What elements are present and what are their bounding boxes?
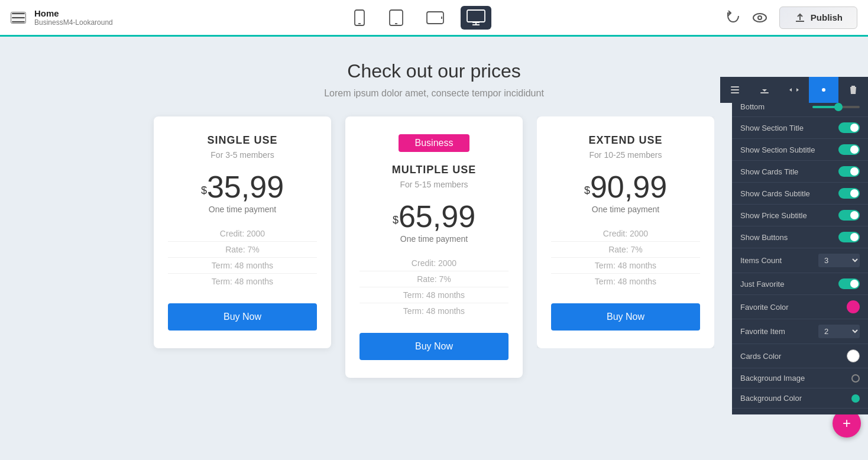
toolbar-settings[interactable] [809, 77, 838, 103]
toggle-show-cards-subtitle[interactable] [838, 188, 860, 199]
device-tablet-landscape[interactable] [420, 7, 450, 28]
settings-row-show-buttons: Show Buttons [732, 226, 868, 248]
settings-row-show-price-subtitle: Show Price Subtitle [732, 205, 868, 226]
device-switcher [113, 6, 726, 30]
toggle-show-cards-title[interactable] [838, 166, 860, 177]
feature-3-4: Term: 48 months [551, 273, 700, 289]
settings-row-background-color: Background Color [732, 388, 868, 409]
card-members-1: For 3-5 members [168, 150, 317, 160]
settings-row-favorite-color: Favorite Color [732, 295, 868, 319]
settings-panel: Top Bottom Show Section Title Show Secti… [732, 77, 868, 414]
svg-rect-15 [760, 92, 769, 93]
feature-2-1: Credit: 2000 [359, 255, 509, 271]
swatch-favorite-color[interactable] [847, 300, 860, 313]
settings-row-favorite-item: Favorite Item 1 2 3 [732, 319, 868, 344]
topbar-site: Home BusinessM4-Lookaround [34, 8, 113, 27]
radio-background-image[interactable] [851, 374, 860, 383]
select-items-count[interactable]: 1 2 3 4 [818, 254, 860, 267]
buy-btn-1[interactable]: Buy Now [168, 303, 317, 331]
preview-button[interactable] [752, 11, 767, 25]
toolbar-download[interactable] [750, 77, 779, 103]
price-card-3: EXTEND USE For 10-25 members $90,99 One … [537, 116, 714, 348]
svg-rect-0 [355, 10, 364, 25]
swatch-cards-color[interactable] [847, 349, 860, 362]
undo-button[interactable] [726, 11, 740, 25]
slider-bottom[interactable] [812, 106, 860, 108]
price-card-1: SINGLE USE For 3-5 members $35,99 One ti… [154, 116, 331, 348]
card-price-2: 65,99 [399, 199, 475, 234]
device-mobile[interactable] [347, 6, 372, 30]
site-name: Home [34, 8, 113, 18]
card-highlight-label: Business [399, 134, 470, 152]
feature-1-3: Term: 48 months [168, 257, 317, 273]
device-desktop[interactable] [461, 6, 491, 30]
card-price-wrap-2: $65,99 [359, 201, 509, 232]
card-currency-3: $ [584, 184, 590, 196]
svg-rect-6 [467, 10, 485, 22]
svg-point-17 [822, 88, 825, 92]
svg-point-11 [758, 16, 762, 20]
svg-point-10 [753, 14, 766, 22]
radio-circle-bg-image[interactable] [851, 374, 860, 383]
buy-btn-3[interactable]: Buy Now [551, 303, 700, 331]
svg-line-16 [793, 87, 795, 93]
card-features-3: Credit: 2000 Rate: 7% Term: 48 months Te… [551, 226, 700, 289]
feature-3-2: Rate: 7% [551, 241, 700, 257]
settings-row-show-cards-title: Show Cards Title [732, 161, 868, 183]
label-show-cards-subtitle: Show Cards Subtitle [740, 189, 810, 198]
select-favorite-item[interactable]: 1 2 3 [818, 325, 860, 338]
label-favorite-color: Favorite Color [740, 303, 789, 312]
settings-row-show-cards-subtitle: Show Cards Subtitle [732, 183, 868, 205]
main-content: Check out our prices Lorem ipsum dolor a… [0, 37, 868, 460]
toggle-show-price-subtitle[interactable] [838, 210, 860, 221]
toolbar-delete[interactable] [838, 77, 868, 103]
feature-2-4: Term: 48 months [359, 303, 509, 319]
card-plan-2: MULTIPLE USE [359, 164, 509, 176]
card-price-wrap-1: $35,99 [168, 171, 317, 202]
label-show-section-title: Show Section Title [740, 124, 804, 132]
settings-label-bottom: Bottom [740, 102, 765, 111]
toggle-just-favorite[interactable] [838, 278, 860, 289]
cards-container: SINGLE USE For 3-5 members $35,99 One ti… [18, 116, 850, 378]
topbar: Home BusinessM4-Lookaround [0, 0, 868, 37]
settings-row-just-favorite: Just Favorite [732, 273, 868, 295]
radio-circle-bg-color[interactable] [851, 394, 860, 403]
card-members-3: For 10-25 members [551, 150, 700, 160]
label-show-price-subtitle: Show Price Subtitle [740, 211, 807, 220]
svg-rect-12 [731, 86, 739, 88]
card-features-1: Credit: 2000 Rate: 7% Term: 48 months Te… [168, 226, 317, 289]
fab-add-icon: + [843, 415, 851, 432]
toggle-show-section-title[interactable] [838, 122, 860, 133]
toolbar-code[interactable] [779, 77, 809, 103]
feature-3-3: Term: 48 months [551, 257, 700, 273]
card-currency-1: $ [201, 184, 207, 196]
price-card-2: Business MULTIPLE USE For 5-15 members $… [345, 116, 523, 378]
card-features-2: Credit: 2000 Rate: 7% Term: 48 months Te… [359, 255, 509, 319]
svg-rect-13 [731, 89, 739, 90]
feature-1-1: Credit: 2000 [168, 226, 317, 241]
topbar-left: Home BusinessM4-Lookaround [11, 8, 113, 27]
feature-3-1: Credit: 2000 [551, 226, 700, 241]
toggle-show-buttons[interactable] [838, 232, 860, 242]
settings-row-items-count: Items Count 1 2 3 4 [732, 248, 868, 273]
label-items-count: Items Count [740, 256, 782, 265]
label-background-color: Background Color [740, 394, 802, 403]
publish-button[interactable]: Publish [779, 7, 857, 29]
toolbar-reorder[interactable] [720, 77, 750, 103]
svg-rect-4 [427, 12, 443, 24]
radio-background-color[interactable] [851, 394, 860, 403]
label-background-image: Background Image [740, 374, 805, 383]
device-tablet[interactable] [383, 6, 410, 30]
label-just-favorite: Just Favorite [740, 280, 784, 289]
svg-rect-14 [731, 92, 739, 93]
buy-btn-2[interactable]: Buy Now [359, 333, 509, 360]
publish-label: Publish [811, 12, 843, 22]
section-toolbar [720, 77, 868, 103]
label-cards-color: Cards Color [740, 352, 781, 361]
label-show-cards-title: Show Cards Title [740, 167, 798, 176]
toggle-show-section-subtitle[interactable] [838, 144, 860, 155]
card-members-2: For 5-15 members [359, 180, 509, 189]
label-show-buttons: Show Buttons [740, 233, 788, 242]
card-price-3: 90,99 [590, 170, 667, 204]
hamburger-menu[interactable] [11, 12, 26, 24]
